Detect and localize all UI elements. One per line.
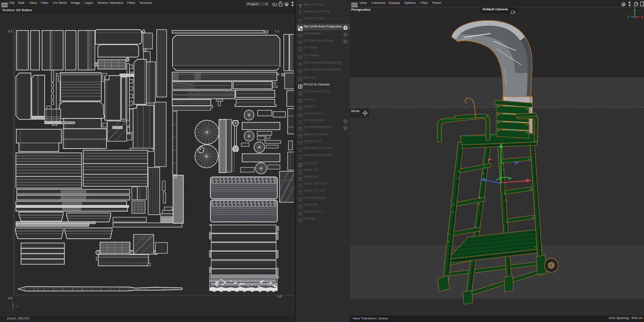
- svg-text:Y: Y: [633, 5, 635, 9]
- svg-text:0,0: 0,0: [8, 296, 13, 300]
- svg-text:Z: Z: [627, 15, 629, 19]
- svg-text:1,0: 1,0: [277, 295, 282, 298]
- svg-text:1,1: 1,1: [275, 29, 280, 33]
- svg-text:U: U: [16, 304, 19, 308]
- svg-text:X: X: [641, 15, 643, 19]
- svg-text:0,1: 0,1: [8, 29, 13, 33]
